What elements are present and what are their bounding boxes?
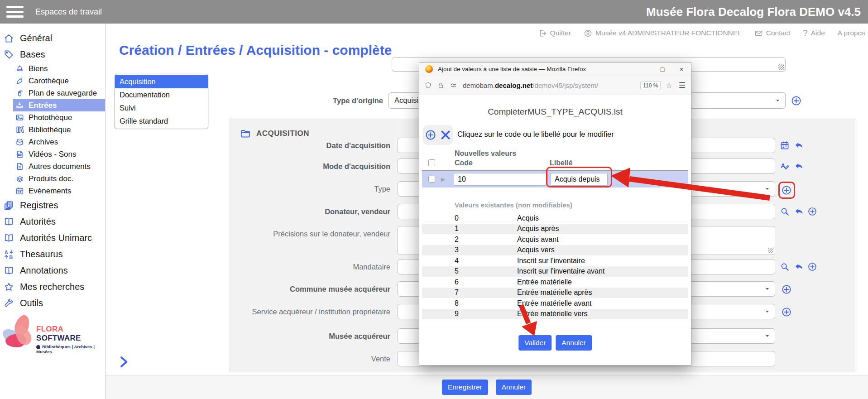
add-button[interactable] [807,207,817,216]
list-item: 8Entrée matérielle avant [422,298,688,309]
undo-button[interactable] [794,262,804,272]
bookmark-star-icon[interactable]: ☆ [666,81,672,90]
minimize-button[interactable]: – [634,62,653,76]
list-item: 7Entrée matérielle après [422,288,688,298]
popup-title-bar[interactable]: Ajout de valeurs à une liste de saisie —… [419,62,691,76]
search-button[interactable] [780,262,790,272]
row-checkbox[interactable] [428,176,435,183]
sort-alpha-icon [4,249,14,260]
permissions-icon[interactable] [450,82,457,89]
user-icon [584,29,592,38]
url-text[interactable]: demobam.decalog.net/demov45/jsp/system/i… [463,82,599,89]
sidebar-item-autorites-unimarc[interactable]: Autorités Unimarc [0,230,105,246]
sidebar-item-carotheque[interactable]: Carothèque [0,75,105,87]
about-link[interactable]: A propos [838,29,865,37]
tab-grille-standard[interactable]: Grille standard [115,115,208,128]
close-x-icon[interactable] [440,129,451,141]
validate-button[interactable]: Valider [518,335,551,351]
select-all-checkbox[interactable] [428,159,435,166]
tab-documentation[interactable]: Documentation [115,88,208,101]
books-icon [15,125,24,134]
code-column-header: Code [455,159,473,167]
sidebar-item-bases[interactable]: Bases [0,46,105,62]
list-item: 0Acquis [422,213,688,224]
undo-button[interactable] [794,161,804,171]
popup-content: CompléterMUS_TYPE_ACQUIS.lst Cliquez sur… [419,95,691,365]
tab-acquisition[interactable]: Acquisition [115,75,208,88]
sidebar-item-mes-recherches[interactable]: Mes recherches [0,279,105,295]
sidebar-item-entrees[interactable]: Entrées [13,99,105,111]
hamburger-menu-button[interactable] [6,6,24,18]
sidebar-item-archives[interactable]: Archives [0,136,105,148]
flower-logo-icon [5,315,33,350]
add-type-value-button[interactable] [781,185,792,196]
add-button[interactable] [807,262,817,272]
sidebar-item-outils[interactable]: Outils [0,295,105,311]
cancel-button[interactable]: Annuler [496,380,532,395]
firefox-popup-window: Ajout de valeurs à une liste de saisie —… [419,62,691,365]
sidebar-item-thesaurus[interactable]: Thesaurus [0,246,105,262]
list-item: 5Inscrit sur l'inventaire avant [422,266,688,277]
sheets-icon [15,174,24,183]
code-input[interactable] [454,173,547,186]
field-label: Service acquéreur / institution propriét… [232,308,390,316]
calendar-button[interactable] [780,140,790,150]
chevron-down-icon [764,309,770,315]
add-row-icon[interactable] [425,129,436,141]
sidebar-item-registres[interactable]: Registres [0,197,105,213]
sidebar-item-plan-de-sauvegarde[interactable]: Plan de sauvegarde [0,87,105,99]
tray-download-icon [15,101,24,110]
libelle-column-header: Libellé [550,159,573,167]
account-label[interactable]: Musée v4 ADMINISTRATEUR FONCTIONNEL [584,29,742,38]
maximize-button[interactable]: □ [653,62,672,76]
field-label: Mandataire [232,263,390,271]
save-button[interactable]: Enregistrer [442,380,488,395]
archive-box-icon [15,138,24,146]
lock-icon[interactable] [437,82,445,89]
sidebar-item-annotations[interactable]: Annotations [0,262,105,279]
question-icon: ? [803,28,808,38]
resize-grip[interactable] [768,248,773,253]
zoom-level-badge[interactable]: 110 % [640,81,661,90]
sidebar-item-autres-documents[interactable]: Autres documents [0,160,105,173]
quit-link[interactable]: Quitter [538,29,571,38]
popup-cancel-button[interactable]: Annuler [556,335,591,351]
add-value-button[interactable] [791,95,802,106]
sidebar-item-autorites[interactable]: Autorités [0,213,105,230]
tab-suivi[interactable]: Suivi [115,101,208,115]
existing-values-label: Valeurs existantes (non modifiables) [455,201,572,209]
core-sample-icon [15,77,24,85]
close-button[interactable]: × [672,62,691,76]
help-link[interactable]: ?Aide [803,28,825,38]
header-divider [422,170,688,171]
stacked-pages-icon [4,200,14,211]
firefox-icon [425,65,433,73]
sidebar-item-produits-doc[interactable]: Produits doc. [0,173,105,185]
libelle-input[interactable] [551,173,608,186]
sidebar-item-biens[interactable]: Biens [0,62,105,75]
add-button[interactable] [781,284,792,295]
contact-link[interactable]: Contact [754,29,790,38]
field-label: Musée acquéreur [232,332,390,341]
popup-toolbar [423,125,453,145]
sidebar-item-videos-sons[interactable]: Vidéos - Sons [0,148,105,160]
add-button[interactable] [781,307,792,317]
undo-button[interactable] [794,207,804,216]
authority-link-button[interactable] [780,161,790,171]
field-label: Précisions sur le donateur, vendeur [232,230,390,238]
extinguisher-icon [15,89,24,97]
expand-chevron-button[interactable] [117,355,132,370]
list-file-title: CompléterMUS_TYPE_ACQUIS.lst [419,107,691,117]
app-menu-icon[interactable]: ☰ [679,81,686,90]
undo-button[interactable] [794,140,804,150]
sidebar-item-phototheque[interactable]: Photothèque [0,111,105,124]
list-item: 2Acquis avant [422,234,688,245]
search-button[interactable] [780,207,790,216]
shield-icon[interactable] [424,82,432,89]
folder-icon [240,128,251,139]
sidebar-item-bibliotheque[interactable]: Bibliothèque [0,124,105,136]
sidebar-item-evenements[interactable]: Evènements [0,185,105,197]
chevron-down-icon [764,286,770,292]
resize-grip[interactable] [778,64,784,70]
sidebar-item-general[interactable]: Général [0,30,105,46]
